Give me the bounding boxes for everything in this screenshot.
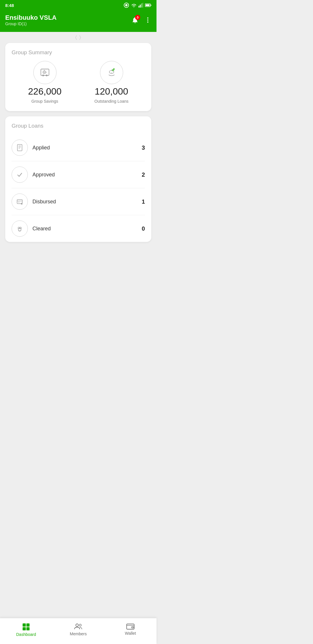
status-icons bbox=[123, 2, 151, 8]
svg-rect-7 bbox=[145, 4, 150, 6]
svg-rect-28 bbox=[17, 200, 22, 204]
loan-item-disbursed[interactable]: Disbursed 1 bbox=[12, 188, 145, 215]
applied-count: 3 bbox=[142, 144, 145, 151]
group-loans-title: Group Loans bbox=[12, 123, 145, 129]
status-time: 8:48 bbox=[5, 3, 14, 8]
applied-icon-circle bbox=[12, 140, 28, 156]
notification-badge: 0 bbox=[135, 15, 140, 20]
approved-count: 2 bbox=[142, 171, 145, 178]
applied-label: Applied bbox=[32, 145, 137, 151]
applied-icon bbox=[15, 143, 24, 152]
main-content: 〈 〉 Group Summary bbox=[0, 32, 156, 276]
cleared-icon bbox=[15, 224, 24, 233]
svg-point-13 bbox=[43, 71, 46, 74]
group-summary-title: Group Summary bbox=[12, 49, 145, 56]
savings-icon bbox=[39, 67, 51, 78]
loan-item-approved[interactable]: Approved 2 bbox=[12, 161, 145, 188]
disbursed-count: 1 bbox=[142, 198, 145, 205]
cleared-icon-circle bbox=[12, 220, 28, 237]
outstanding-loans-item: 120,000 Outstanding Loans bbox=[94, 61, 129, 104]
summary-row: 226,000 Group Savings bbox=[12, 61, 145, 104]
more-options-button[interactable] bbox=[144, 17, 151, 23]
app-bar-title: Ensibuuko VSLA Group ID(1) bbox=[5, 14, 57, 26]
loans-value: 120,000 bbox=[95, 86, 128, 97]
group-id: Group ID(1) bbox=[5, 21, 57, 26]
wifi-icon bbox=[131, 3, 137, 8]
app-bar: Ensibuuko VSLA Group ID(1) 0 bbox=[0, 10, 156, 32]
notification-button[interactable]: 0 bbox=[130, 15, 140, 25]
loan-item-cleared[interactable]: Cleared 0 bbox=[12, 215, 145, 242]
savings-value: 226,000 bbox=[28, 86, 62, 97]
svg-point-14 bbox=[44, 72, 45, 73]
group-summary-card: Group Summary 226,000 G bbox=[5, 43, 151, 111]
svg-rect-2 bbox=[139, 6, 139, 8]
svg-rect-5 bbox=[143, 3, 143, 8]
svg-rect-4 bbox=[141, 3, 142, 8]
status-bar: 8:48 bbox=[0, 0, 156, 10]
approved-label: Approved bbox=[32, 172, 137, 178]
svg-rect-24 bbox=[17, 144, 22, 151]
approved-icon bbox=[15, 170, 24, 179]
signal-icon bbox=[139, 3, 143, 8]
more-icon bbox=[144, 17, 151, 23]
notification-status-icon bbox=[123, 2, 129, 8]
scroll-indicator: 〈 〉 bbox=[5, 32, 151, 43]
group-savings-item: 226,000 Group Savings bbox=[28, 61, 62, 104]
cleared-label: Cleared bbox=[32, 226, 137, 232]
savings-label: Group Savings bbox=[31, 99, 58, 104]
svg-point-9 bbox=[147, 17, 148, 19]
disbursed-label: Disbursed bbox=[32, 199, 137, 205]
cleared-count: 0 bbox=[142, 225, 145, 232]
svg-rect-3 bbox=[140, 5, 141, 8]
battery-icon bbox=[145, 3, 151, 7]
approved-icon-circle bbox=[12, 167, 28, 183]
loans-icon-circle bbox=[100, 61, 123, 84]
loans-label: Outstanding Loans bbox=[94, 99, 129, 104]
svg-point-11 bbox=[147, 21, 148, 23]
disbursed-icon-circle bbox=[12, 193, 28, 210]
loans-icon bbox=[106, 67, 117, 78]
svg-point-1 bbox=[125, 4, 128, 6]
group-name: Ensibuuko VSLA bbox=[5, 14, 57, 21]
loan-item-applied[interactable]: Applied 3 bbox=[12, 134, 145, 161]
svg-point-10 bbox=[147, 19, 148, 21]
app-bar-actions: 0 bbox=[130, 15, 151, 25]
savings-icon-circle bbox=[33, 61, 57, 84]
disbursed-icon bbox=[15, 197, 24, 206]
svg-rect-8 bbox=[151, 5, 152, 6]
group-loans-card: Group Loans Applied 3 Approved bbox=[5, 116, 151, 242]
